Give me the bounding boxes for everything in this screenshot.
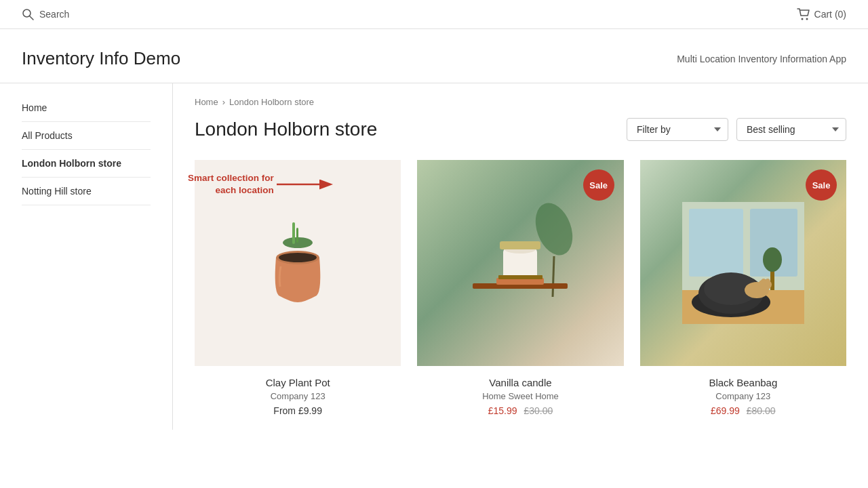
app-name: Multi Location Inventory Information App bbox=[677, 54, 846, 64]
svg-rect-20 bbox=[689, 209, 743, 277]
price-original-beanbag: £80.00 bbox=[747, 405, 776, 416]
candle-illustration bbox=[459, 202, 581, 324]
sidebar-item-london-holborn[interactable]: London Holborn store bbox=[22, 150, 151, 178]
filter-controls: Filter by Best selling Price: Low to Hig… bbox=[627, 118, 846, 141]
sale-badge-candle: Sale bbox=[583, 169, 614, 201]
product-name-beanbag: Black Beanbag bbox=[640, 377, 846, 388]
price-sale-beanbag: £69.99 bbox=[711, 405, 740, 416]
search-button[interactable]: Search bbox=[22, 8, 69, 20]
clay-pot-illustration bbox=[243, 209, 352, 317]
svg-point-31 bbox=[765, 279, 770, 285]
cart-label: Cart (0) bbox=[814, 9, 846, 20]
svg-point-24 bbox=[763, 247, 782, 272]
cart-icon bbox=[797, 8, 810, 20]
product-price-candle: £15.99 £30.00 bbox=[417, 405, 623, 416]
product-card-clay-pot[interactable]: Clay Plant Pot Company 123 From £9.99 bbox=[195, 160, 401, 416]
svg-rect-16 bbox=[500, 241, 540, 249]
collection-header: London Holborn store Filter by Best sell… bbox=[195, 118, 846, 141]
product-image-clay-pot bbox=[195, 160, 401, 366]
sidebar-item-all-products[interactable]: All Products bbox=[22, 122, 151, 150]
product-image-beanbag: Sale bbox=[640, 160, 846, 366]
svg-rect-7 bbox=[292, 222, 295, 244]
search-label: Search bbox=[39, 9, 69, 20]
beanbag-illustration bbox=[682, 202, 804, 324]
svg-point-10 bbox=[279, 253, 317, 262]
breadcrumb-home[interactable]: Home bbox=[195, 97, 218, 107]
sale-badge-beanbag: Sale bbox=[806, 169, 837, 201]
product-vendor-beanbag: Company 123 bbox=[640, 391, 846, 401]
breadcrumb-current: London Holborn store bbox=[229, 97, 314, 107]
sidebar-item-notting-hill[interactable]: Notting Hill store bbox=[22, 178, 151, 205]
product-card-beanbag[interactable]: Sale Black Beanbag Company 123 £69.99 £8… bbox=[640, 160, 846, 416]
price-original-candle: £30.00 bbox=[524, 405, 553, 416]
product-price-clay-pot: From £9.99 bbox=[195, 405, 401, 416]
product-vendor-clay-pot: Company 123 bbox=[195, 391, 401, 401]
products-grid: Smart collection foreach location bbox=[195, 160, 846, 416]
product-image-vanilla-candle: Sale bbox=[417, 160, 623, 366]
svg-line-12 bbox=[553, 256, 554, 297]
product-price-beanbag: £69.99 £80.00 bbox=[640, 405, 846, 416]
svg-point-3 bbox=[806, 18, 808, 20]
collection-title: London Holborn store bbox=[195, 119, 377, 140]
breadcrumb: Home › London Holborn store bbox=[195, 97, 846, 107]
price-sale-candle: £15.99 bbox=[488, 405, 517, 416]
svg-point-0 bbox=[23, 9, 31, 17]
product-name-clay-pot: Clay Plant Pot bbox=[195, 377, 401, 388]
sidebar-nav: Home All Products London Holborn store N… bbox=[22, 97, 151, 205]
product-vendor-candle: Home Sweet Home bbox=[417, 391, 623, 401]
product-name-candle: Vanilla candle bbox=[417, 377, 623, 388]
store-name: Inventory Info Demo bbox=[22, 48, 180, 69]
main-content: Home › London Holborn store London Holbo… bbox=[173, 83, 868, 430]
store-title-bar: Inventory Info Demo Multi Location Inven… bbox=[0, 29, 868, 83]
sort-by-select[interactable]: Best selling Price: Low to High Price: H… bbox=[736, 118, 846, 141]
sidebar-item-home[interactable]: Home bbox=[22, 97, 151, 122]
main-layout: Home All Products London Holborn store N… bbox=[0, 83, 868, 430]
svg-rect-18 bbox=[498, 275, 542, 279]
breadcrumb-separator: › bbox=[222, 97, 225, 107]
svg-rect-8 bbox=[296, 228, 298, 243]
svg-point-2 bbox=[801, 18, 803, 20]
svg-line-1 bbox=[30, 16, 33, 20]
product-card-vanilla-candle[interactable]: Sale Vanilla candle Home Sweet Home £15.… bbox=[417, 160, 623, 416]
site-header: Search Cart (0) bbox=[0, 0, 868, 29]
sidebar: Home All Products London Holborn store N… bbox=[0, 83, 173, 430]
cart-button[interactable]: Cart (0) bbox=[797, 8, 846, 20]
filter-by-select[interactable]: Filter by bbox=[627, 118, 728, 141]
search-icon bbox=[22, 8, 34, 20]
